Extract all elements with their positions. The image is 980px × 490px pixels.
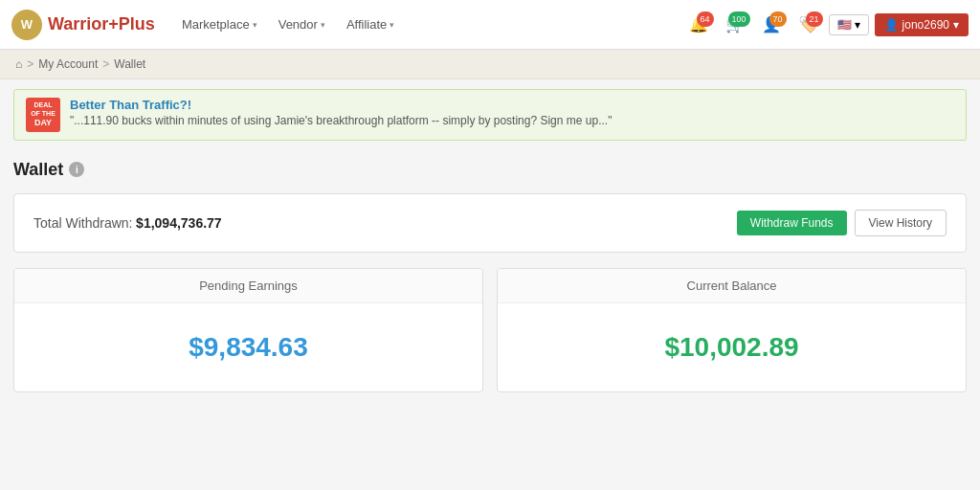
pending-earnings-body: $9,834.63 bbox=[14, 303, 482, 391]
wallet-info-icon[interactable]: i bbox=[69, 162, 84, 177]
breadcrumb: ⌂ > My Account > Wallet bbox=[0, 50, 980, 79]
flag-icon: 🇺🇸 bbox=[837, 18, 852, 32]
user-button[interactable]: 👤 70 bbox=[756, 11, 787, 37]
view-history-button[interactable]: View History bbox=[855, 210, 947, 236]
vendor-caret-icon: ▾ bbox=[321, 20, 325, 30]
pending-earnings-amount: $9,834.63 bbox=[30, 332, 467, 363]
breadcrumb-home-link[interactable]: ⌂ bbox=[15, 57, 22, 71]
cart-button[interactable]: 🛒 100 bbox=[720, 11, 750, 37]
withdrawal-card: Total Withdrawn: $1,094,736.77 Withdraw … bbox=[13, 193, 967, 253]
main-content: Wallet i Total Withdrawn: $1,094,736.77 … bbox=[0, 150, 980, 402]
current-balance-amount: $10,002.89 bbox=[513, 332, 950, 363]
withdrawal-actions: Withdraw Funds View History bbox=[737, 210, 947, 236]
nav-menu: Marketplace ▾ Vendor ▾ Affiliate ▾ bbox=[172, 0, 683, 50]
navbar: W Warrior+Plus Marketplace ▾ Vendor ▾ Af… bbox=[0, 0, 980, 50]
bell-badge: 64 bbox=[697, 11, 714, 27]
brand[interactable]: W Warrior+Plus bbox=[11, 10, 155, 40]
breadcrumb-sep1: > bbox=[27, 57, 33, 71]
brand-name: Warrior+Plus bbox=[48, 14, 155, 34]
promo-text: Better Than Traffic?! "...111.90 bucks w… bbox=[70, 98, 612, 127]
promo-title-link[interactable]: Better Than Traffic?! bbox=[70, 98, 612, 112]
breadcrumb-myaccount-link[interactable]: My Account bbox=[38, 57, 98, 71]
flag-caret-icon: ▾ bbox=[855, 18, 860, 32]
total-withdrawn-label: Total Withdrawn: bbox=[33, 215, 132, 231]
breadcrumb-sep2: > bbox=[102, 57, 109, 71]
brand-logo-icon: W bbox=[11, 10, 42, 40]
tag-badge: 21 bbox=[806, 11, 823, 27]
promo-subtitle: "...111.90 bucks within minutes of using… bbox=[70, 114, 612, 127]
promo-banner: DEAL OF THE DAY Better Than Traffic?! ".… bbox=[13, 89, 967, 141]
current-balance-body: $10,002.89 bbox=[498, 303, 966, 391]
nav-right: 🔔 64 🛒 100 👤 70 🏷️ 21 🇺🇸 ▾ 👤 jono2690 ▾ bbox=[683, 11, 969, 37]
cart-badge: 100 bbox=[728, 11, 750, 27]
nav-marketplace[interactable]: Marketplace ▾ bbox=[172, 0, 267, 50]
user-account-button[interactable]: 👤 jono2690 ▾ bbox=[875, 13, 969, 36]
user-account-icon: 👤 bbox=[884, 18, 899, 32]
flag-button[interactable]: 🇺🇸 ▾ bbox=[829, 14, 869, 35]
balance-cards: Pending Earnings $9,834.63 Current Balan… bbox=[13, 268, 967, 392]
pending-earnings-label: Pending Earnings bbox=[14, 269, 482, 303]
total-withdrawn-amount: $1,094,736.77 bbox=[136, 215, 222, 231]
nav-affiliate[interactable]: Affiliate ▾ bbox=[337, 0, 404, 50]
user-badge: 70 bbox=[769, 11, 787, 27]
current-balance-label: Current Balance bbox=[498, 269, 966, 303]
marketplace-caret-icon: ▾ bbox=[253, 20, 257, 30]
total-withdrawn-section: Total Withdrawn: $1,094,736.77 bbox=[33, 215, 222, 231]
current-balance-card: Current Balance $10,002.89 bbox=[497, 268, 967, 392]
pending-earnings-card: Pending Earnings $9,834.63 bbox=[13, 268, 483, 392]
nav-vendor[interactable]: Vendor ▾ bbox=[269, 0, 335, 50]
wallet-title: Wallet bbox=[13, 160, 63, 180]
wallet-section-header: Wallet i bbox=[13, 160, 967, 180]
tag-button[interactable]: 🏷️ 21 bbox=[792, 11, 823, 37]
affiliate-caret-icon: ▾ bbox=[390, 20, 394, 30]
deal-of-day-badge: DEAL OF THE DAY bbox=[26, 98, 60, 132]
breadcrumb-wallet-link[interactable]: Wallet bbox=[114, 57, 145, 71]
bell-button[interactable]: 🔔 64 bbox=[683, 11, 714, 37]
user-account-caret-icon: ▾ bbox=[953, 18, 959, 32]
withdraw-funds-button[interactable]: Withdraw Funds bbox=[737, 211, 847, 235]
